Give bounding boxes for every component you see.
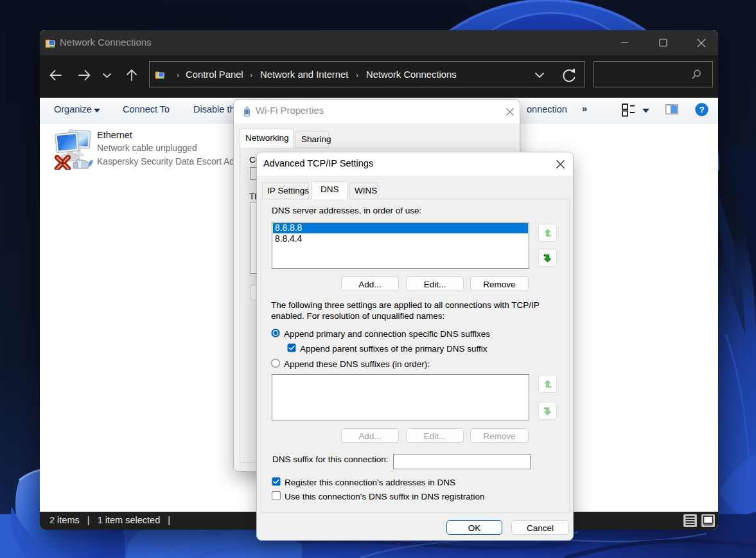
svg-text:?: ? — [699, 105, 704, 114]
